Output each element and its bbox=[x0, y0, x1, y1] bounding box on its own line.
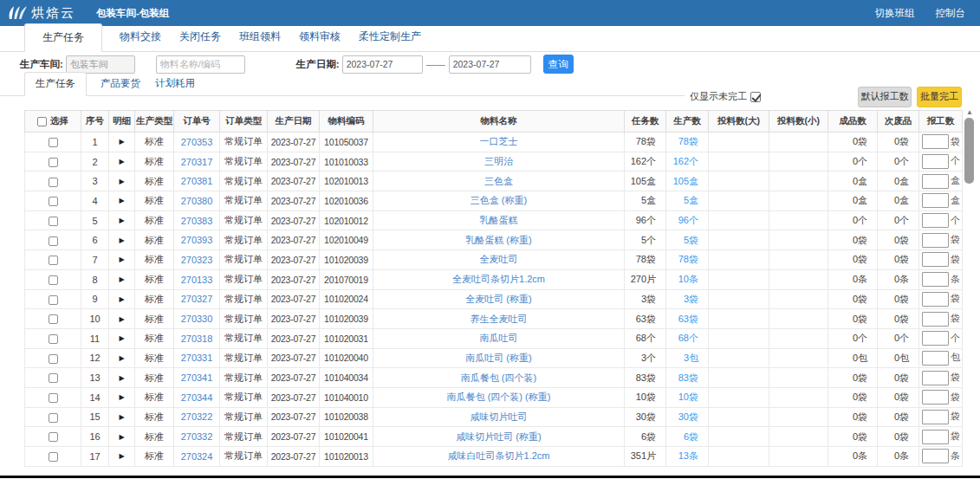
order-number-link[interactable]: 270381 bbox=[174, 172, 220, 191]
order-number-link[interactable]: 270393 bbox=[174, 230, 220, 250]
only-unfinished-checkbox[interactable] bbox=[750, 92, 761, 102]
scrollbar-thumb[interactable] bbox=[964, 118, 974, 184]
report-qty-input[interactable] bbox=[922, 351, 949, 366]
order-number-link[interactable]: 270353 bbox=[174, 133, 220, 152]
row-expander[interactable]: ▶ bbox=[109, 269, 135, 289]
report-qty-input[interactable] bbox=[922, 252, 949, 267]
row-checkbox[interactable] bbox=[49, 197, 58, 206]
material-name-link[interactable]: 南瓜吐司 bbox=[373, 328, 625, 348]
material-name-link[interactable]: 三色盒 bbox=[373, 172, 625, 191]
switch-team-link[interactable]: 切换班组 bbox=[875, 7, 915, 20]
material-name-link[interactable]: 一口芝士 bbox=[373, 133, 625, 152]
report-qty-input[interactable] bbox=[922, 331, 949, 346]
row-expander[interactable]: ▶ bbox=[109, 133, 135, 152]
produced-qty-link[interactable]: 13条 bbox=[666, 447, 709, 467]
row-checkbox[interactable] bbox=[49, 452, 58, 462]
produced-qty-link[interactable]: 162个 bbox=[666, 152, 709, 172]
material-name-link[interactable]: 养生全麦吐司 bbox=[373, 309, 625, 329]
order-number-link[interactable]: 270327 bbox=[174, 289, 220, 309]
order-number-link[interactable]: 270133 bbox=[174, 269, 220, 289]
order-number-link[interactable]: 270322 bbox=[174, 407, 220, 427]
row-checkbox[interactable] bbox=[49, 158, 58, 167]
produced-qty-link[interactable]: 3包 bbox=[666, 348, 709, 368]
produced-qty-link[interactable]: 10袋 bbox=[666, 387, 709, 407]
order-number-link[interactable]: 270330 bbox=[174, 309, 220, 329]
material-name-link[interactable]: 南瓜餐包 (四个装) bbox=[373, 368, 625, 388]
default-report-button[interactable]: 默认报工数 bbox=[858, 87, 912, 107]
row-expander[interactable]: ▶ bbox=[109, 407, 135, 427]
material-name-link[interactable]: 南瓜餐包 (四个装) (称重) bbox=[373, 387, 625, 407]
material-name-link[interactable]: 三明治 bbox=[373, 152, 625, 172]
produced-qty-link[interactable]: 5袋 bbox=[666, 230, 709, 250]
material-name-link[interactable]: 咸味切片吐司 (称重) bbox=[373, 427, 625, 447]
batch-finish-button[interactable]: 批量完工 bbox=[917, 87, 962, 107]
material-name-link[interactable]: 咸味切片吐司 bbox=[373, 407, 625, 427]
order-number-link[interactable]: 270383 bbox=[174, 210, 220, 230]
row-checkbox[interactable] bbox=[49, 413, 58, 423]
row-checkbox[interactable] bbox=[49, 256, 58, 265]
material-name-link[interactable]: 全麦吐司条切片1.2cm bbox=[373, 269, 625, 289]
produced-qty-link[interactable]: 96个 bbox=[666, 210, 709, 230]
material-name-link[interactable]: 乳酪蛋糕 (称重) bbox=[373, 230, 625, 250]
material-name-link[interactable]: 全麦吐司 (称重) bbox=[373, 289, 625, 309]
row-expander[interactable]: ▶ bbox=[109, 152, 135, 172]
report-qty-input[interactable] bbox=[922, 233, 949, 248]
row-expander[interactable]: ▶ bbox=[109, 387, 135, 407]
report-qty-input[interactable] bbox=[922, 134, 949, 149]
main-tab-1[interactable]: 生产任务 bbox=[24, 23, 102, 52]
row-checkbox[interactable] bbox=[49, 178, 58, 187]
material-name-link[interactable]: 乳酪蛋糕 bbox=[373, 210, 625, 230]
produced-qty-link[interactable]: 5盒 bbox=[666, 191, 709, 211]
row-expander[interactable]: ▶ bbox=[109, 447, 135, 467]
produced-qty-link[interactable]: 105盒 bbox=[666, 172, 709, 191]
row-expander[interactable]: ▶ bbox=[109, 250, 135, 270]
material-name-link[interactable]: 咸味白吐司条切片1.2cm bbox=[373, 447, 625, 467]
order-number-link[interactable]: 270341 bbox=[174, 368, 220, 388]
report-qty-input[interactable] bbox=[922, 174, 949, 189]
produced-qty-link[interactable]: 30袋 bbox=[666, 407, 709, 427]
material-name-link[interactable]: 全麦吐司 bbox=[373, 250, 625, 270]
main-tab-4[interactable]: 班组领料 bbox=[238, 23, 282, 51]
row-checkbox[interactable] bbox=[49, 314, 58, 324]
date-from-input[interactable] bbox=[342, 55, 423, 74]
produced-qty-link[interactable]: 63袋 bbox=[666, 309, 709, 329]
row-expander[interactable]: ▶ bbox=[109, 289, 135, 309]
row-expander[interactable]: ▶ bbox=[109, 230, 135, 250]
material-search-input[interactable] bbox=[156, 55, 245, 74]
row-checkbox[interactable] bbox=[49, 217, 58, 226]
sub-tab-2[interactable]: 产品要货 bbox=[100, 72, 141, 95]
report-qty-input[interactable] bbox=[922, 449, 949, 463]
order-number-link[interactable]: 270317 bbox=[174, 152, 220, 172]
row-checkbox[interactable] bbox=[49, 295, 58, 305]
report-qty-input[interactable] bbox=[922, 154, 949, 169]
material-name-link[interactable]: 南瓜吐司 (称重) bbox=[373, 348, 625, 368]
row-expander[interactable]: ▶ bbox=[109, 328, 135, 348]
row-expander[interactable]: ▶ bbox=[109, 427, 135, 447]
row-expander[interactable]: ▶ bbox=[109, 348, 135, 368]
produced-qty-link[interactable]: 78袋 bbox=[666, 250, 709, 270]
date-to-input[interactable] bbox=[449, 55, 531, 74]
row-expander[interactable]: ▶ bbox=[109, 172, 135, 191]
row-checkbox[interactable] bbox=[49, 334, 58, 344]
row-checkbox[interactable] bbox=[49, 393, 58, 403]
report-qty-input[interactable] bbox=[922, 292, 949, 307]
main-tab-3[interactable]: 关闭任务 bbox=[178, 23, 222, 51]
workshop-input[interactable] bbox=[66, 55, 135, 74]
row-checkbox[interactable] bbox=[49, 373, 58, 383]
order-number-link[interactable]: 270380 bbox=[174, 191, 220, 211]
report-qty-input[interactable] bbox=[922, 312, 949, 327]
main-tab-2[interactable]: 物料交接 bbox=[119, 23, 162, 51]
row-expander[interactable]: ▶ bbox=[109, 309, 135, 329]
produced-qty-link[interactable]: 6袋 bbox=[666, 427, 709, 447]
produced-qty-link[interactable]: 3袋 bbox=[666, 289, 709, 309]
row-checkbox[interactable] bbox=[49, 275, 58, 285]
main-tab-6[interactable]: 柔性定制生产 bbox=[358, 23, 422, 51]
produced-qty-link[interactable]: 83袋 bbox=[666, 368, 709, 388]
select-all-checkbox[interactable] bbox=[37, 117, 47, 126]
row-expander[interactable]: ▶ bbox=[109, 368, 135, 388]
material-name-link[interactable]: 三色盒 (称重) bbox=[373, 191, 625, 211]
row-checkbox[interactable] bbox=[49, 432, 58, 442]
produced-qty-link[interactable]: 68个 bbox=[666, 328, 709, 348]
report-qty-input[interactable] bbox=[922, 272, 949, 287]
row-expander[interactable]: ▶ bbox=[109, 191, 135, 211]
